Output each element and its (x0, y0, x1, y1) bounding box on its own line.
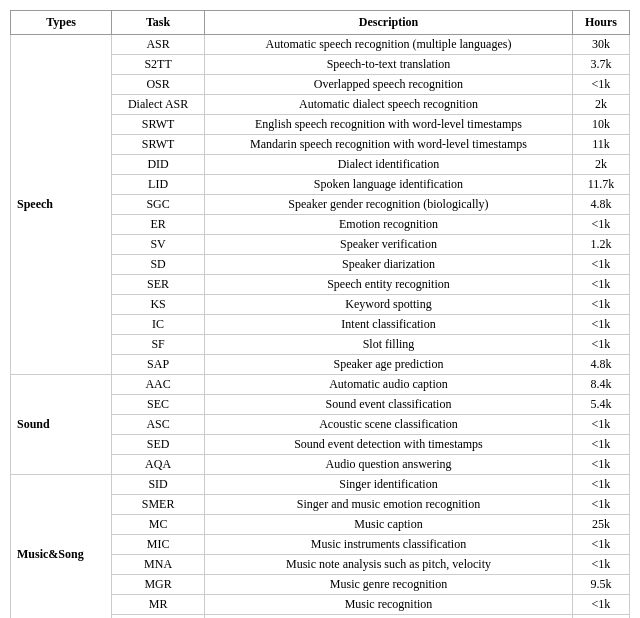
hours-cell: <1k (572, 495, 629, 515)
table-row: Music&SongSIDSinger identification<1k (11, 475, 630, 495)
task-cell: ER (112, 215, 205, 235)
description-cell: Spoken language identification (205, 175, 573, 195)
col-hours: Hours (572, 11, 629, 35)
task-cell: Dialect ASR (112, 95, 205, 115)
description-cell: Automatic audio caption (205, 375, 573, 395)
task-cell: SAP (112, 355, 205, 375)
hours-cell: <1k (572, 215, 629, 235)
hours-cell: 11.7k (572, 175, 629, 195)
description-cell: Singer identification (205, 475, 573, 495)
description-cell: Dialect identification (205, 155, 573, 175)
task-cell: KS (112, 295, 205, 315)
description-cell: Speaker diarization (205, 255, 573, 275)
task-cell: ASR (112, 35, 205, 55)
hours-cell: <1k (572, 75, 629, 95)
description-cell: Emotion recognition (205, 215, 573, 235)
description-cell: Speech entity recognition (205, 275, 573, 295)
table-row: SpeechASRAutomatic speech recognition (m… (11, 35, 630, 55)
hours-cell: 25k (572, 515, 629, 535)
description-cell: Speaker age prediction (205, 355, 573, 375)
description-cell: Automatic dialect speech recognition (205, 95, 573, 115)
type-cell: Speech (11, 35, 112, 375)
type-cell: Music&Song (11, 475, 112, 619)
description-cell: Music genre recognition (205, 575, 573, 595)
description-cell: Music instruments classification (205, 535, 573, 555)
description-cell: Music caption (205, 515, 573, 535)
description-cell: Keyword spotting (205, 295, 573, 315)
description-cell: Sound event detection with timestamps (205, 435, 573, 455)
description-cell: Automatic speech recognition (multiple l… (205, 35, 573, 55)
hours-cell: 10k (572, 115, 629, 135)
task-cell: S2TT (112, 55, 205, 75)
task-cell: MGR (112, 575, 205, 595)
description-cell: Music note analysis such as pitch, veloc… (205, 555, 573, 575)
table-header-row: Types Task Description Hours (11, 11, 630, 35)
hours-cell: 11k (572, 135, 629, 155)
description-cell: Acoustic scene classification (205, 415, 573, 435)
hours-cell: <1k (572, 595, 629, 615)
hours-cell: 4.8k (572, 195, 629, 215)
task-cell: ASC (112, 415, 205, 435)
task-cell: AQA (112, 455, 205, 475)
description-cell: Slot filling (205, 335, 573, 355)
task-cell: MQA (112, 615, 205, 619)
task-cell: IC (112, 315, 205, 335)
col-description: Description (205, 11, 573, 35)
type-cell: Sound (11, 375, 112, 475)
hours-cell: 30k (572, 35, 629, 55)
task-cell: MC (112, 515, 205, 535)
description-cell: Music question answering (205, 615, 573, 619)
description-cell: Singer and music emotion recognition (205, 495, 573, 515)
task-cell: SRWT (112, 115, 205, 135)
task-cell: MNA (112, 555, 205, 575)
task-cell: AAC (112, 375, 205, 395)
hours-cell: <1k (572, 475, 629, 495)
task-cell: SRWT (112, 135, 205, 155)
hours-cell: <1k (572, 335, 629, 355)
description-cell: Speaker verification (205, 235, 573, 255)
task-cell: SEC (112, 395, 205, 415)
hours-cell: <1k (572, 295, 629, 315)
description-cell: Speaker gender recognition (biologically… (205, 195, 573, 215)
hours-cell: <1k (572, 415, 629, 435)
hours-cell: 8.4k (572, 375, 629, 395)
task-cell: SID (112, 475, 205, 495)
task-cell: SER (112, 275, 205, 295)
hours-cell: <1k (572, 255, 629, 275)
hours-cell: <1k (572, 315, 629, 335)
table-row: SoundAACAutomatic audio caption8.4k (11, 375, 630, 395)
hours-cell: <1k (572, 455, 629, 475)
description-cell: English speech recognition with word-lev… (205, 115, 573, 135)
task-cell: SGC (112, 195, 205, 215)
description-cell: Sound event classification (205, 395, 573, 415)
description-cell: Intent classification (205, 315, 573, 335)
hours-cell: <1k (572, 275, 629, 295)
task-cell: SMER (112, 495, 205, 515)
hours-cell: 2k (572, 95, 629, 115)
task-cell: LID (112, 175, 205, 195)
hours-cell: 9.5k (572, 575, 629, 595)
task-cell: SD (112, 255, 205, 275)
hours-cell: <1k (572, 535, 629, 555)
task-cell: DID (112, 155, 205, 175)
hours-cell: <1k (572, 435, 629, 455)
col-task: Task (112, 11, 205, 35)
hours-cell: <1k (572, 615, 629, 619)
description-cell: Music recognition (205, 595, 573, 615)
col-types: Types (11, 11, 112, 35)
hours-cell: <1k (572, 555, 629, 575)
task-cell: OSR (112, 75, 205, 95)
hours-cell: 3.7k (572, 55, 629, 75)
hours-cell: 1.2k (572, 235, 629, 255)
hours-cell: 2k (572, 155, 629, 175)
hours-cell: 4.8k (572, 355, 629, 375)
hours-cell: 5.4k (572, 395, 629, 415)
description-cell: Audio question answering (205, 455, 573, 475)
task-cell: MIC (112, 535, 205, 555)
description-cell: Speech-to-text translation (205, 55, 573, 75)
description-cell: Mandarin speech recognition with word-le… (205, 135, 573, 155)
task-cell: SV (112, 235, 205, 255)
description-cell: Overlapped speech recognition (205, 75, 573, 95)
task-cell: SF (112, 335, 205, 355)
task-cell: SED (112, 435, 205, 455)
